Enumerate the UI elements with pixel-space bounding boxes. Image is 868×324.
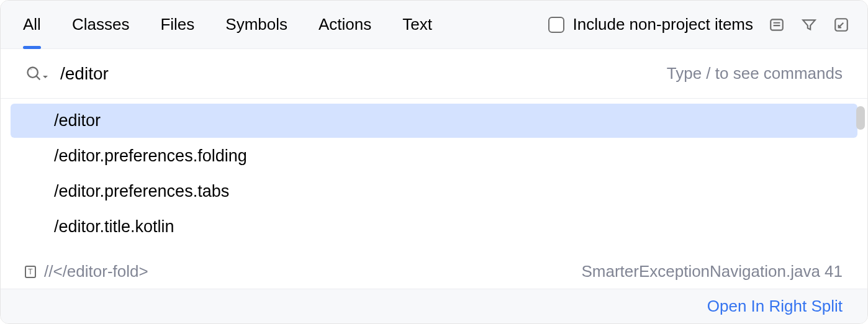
results-wrap: /editor/editor.preferences.folding/edito… xyxy=(1,99,867,254)
svg-text:T: T xyxy=(28,268,33,276)
checkbox-icon xyxy=(548,17,564,33)
results-list: /editor/editor.preferences.folding/edito… xyxy=(1,99,867,254)
tabs: AllClassesFilesSymbolsActionsText xyxy=(23,0,548,49)
search-icon[interactable] xyxy=(25,65,49,83)
pin-popup-icon[interactable] xyxy=(833,16,850,34)
right-controls: Include non-project items xyxy=(548,15,850,34)
svg-line-4 xyxy=(839,22,844,27)
list-item[interactable]: /editor.title.kotlin xyxy=(11,210,857,244)
list-item[interactable]: /editor.preferences.folding xyxy=(11,139,857,173)
tabs-bar: AllClassesFilesSymbolsActionsText Includ… xyxy=(1,1,867,49)
list-item[interactable]: /preferences.editor xyxy=(11,245,857,254)
tab-text[interactable]: Text xyxy=(402,0,432,49)
include-nonproject-checkbox[interactable]: Include non-project items xyxy=(548,15,753,34)
preview-toggle-icon[interactable] xyxy=(768,16,785,34)
preview-text: //</editor-fold> xyxy=(44,262,575,281)
tab-actions[interactable]: Actions xyxy=(319,0,371,49)
open-in-right-split-link[interactable]: Open In Right Split xyxy=(707,297,843,315)
tab-all[interactable]: All xyxy=(23,0,41,49)
tab-files[interactable]: Files xyxy=(160,0,194,49)
svg-line-6 xyxy=(37,76,40,79)
search-everywhere-popup: AllClassesFilesSymbolsActionsText Includ… xyxy=(1,1,867,323)
preview-row: T //</editor-fold> SmarterExceptionNavig… xyxy=(1,254,867,289)
list-item[interactable]: /editor.preferences.tabs xyxy=(11,174,857,209)
search-input[interactable] xyxy=(60,64,667,84)
search-hint: Type / to see commands xyxy=(667,64,843,83)
filter-icon[interactable] xyxy=(800,16,818,34)
preview-location: SmarterExceptionNavigation.java 41 xyxy=(581,262,843,281)
text-file-icon: T xyxy=(23,264,38,279)
checkbox-label: Include non-project items xyxy=(573,15,753,34)
svg-point-5 xyxy=(28,67,38,77)
tab-classes[interactable]: Classes xyxy=(72,0,129,49)
tab-symbols[interactable]: Symbols xyxy=(225,0,287,49)
footer: Open In Right Split xyxy=(1,289,867,323)
scrollbar-thumb[interactable] xyxy=(856,106,865,130)
search-row: Type / to see commands xyxy=(1,49,867,99)
list-item[interactable]: /editor xyxy=(11,104,857,138)
